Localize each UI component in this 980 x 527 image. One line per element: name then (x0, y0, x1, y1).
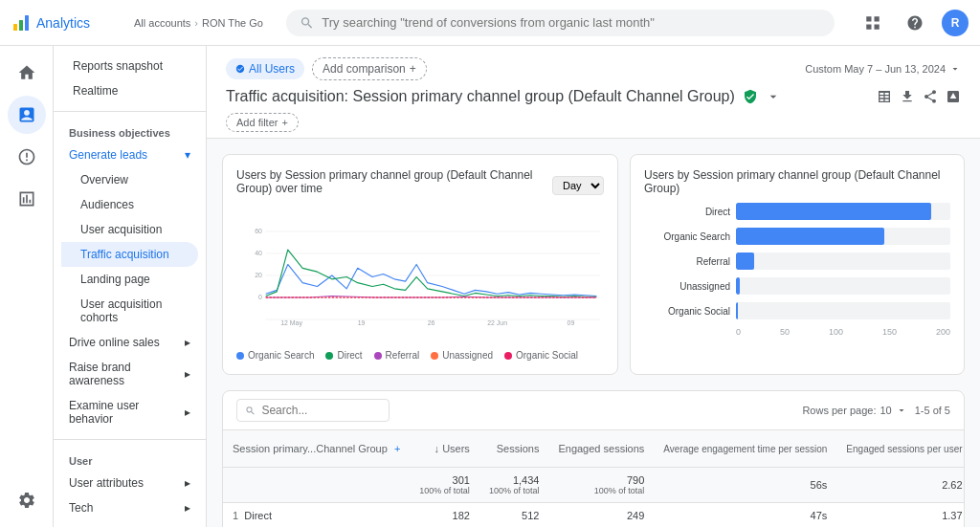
rows-count: 1-5 of 5 (915, 405, 950, 416)
page-title: Traffic acquisition: Session primary cha… (226, 88, 735, 105)
legend-dot-organic-social (504, 352, 512, 360)
sidebar-library[interactable]: Library (54, 520, 206, 527)
svg-rect-2 (25, 15, 29, 31)
table-search-icon (245, 405, 256, 417)
svg-text:22 Jun: 22 Jun (487, 319, 507, 326)
line-chart-title: Users by Session primary channel group (… (236, 168, 552, 195)
legend-organic-social: Organic Social (504, 350, 578, 361)
topbar: Analytics All accounts › RON The Go R (0, 0, 980, 46)
svg-text:0: 0 (258, 294, 262, 300)
chart-controls: Users by Session primary channel group (… (236, 168, 604, 203)
nav-settings-icon[interactable] (8, 481, 46, 519)
main-content: All Users Add comparison + Custom May 7 … (207, 46, 980, 527)
sidebar-item-landing-page[interactable]: Landing page (61, 267, 198, 292)
app-name: Analytics (36, 15, 90, 31)
grid-icon[interactable] (858, 8, 888, 38)
bar-chart-card: Users by Session primary channel group (… (630, 154, 965, 375)
sidebar-group-generate-leads[interactable]: Generate leads ▾ (54, 143, 206, 167)
bar-chart: Direct Organic Search Referral Unassigne… (644, 203, 950, 337)
add-comparison-btn[interactable]: Add comparison + (312, 57, 427, 80)
rows-dropdown-icon[interactable] (896, 405, 907, 416)
svg-text:26: 26 (428, 319, 435, 326)
col-header-engaged-sessions[interactable]: Engaged sessions (548, 430, 654, 468)
bar-row-referral: Referral (644, 253, 950, 270)
add-filter-btn[interactable]: Add filter + (226, 113, 299, 132)
chart-legend: Organic Search Direct Referral Unassigne… (236, 350, 604, 361)
svg-text:09: 09 (568, 319, 575, 326)
share-icon[interactable] (923, 89, 938, 104)
chevron-down-icon (949, 63, 961, 75)
time-unit-select[interactable]: Day (552, 176, 604, 195)
search-bar[interactable] (286, 10, 835, 36)
table-search[interactable] (236, 399, 390, 422)
sidebar-item-user-acquisition-cohorts[interactable]: User acquisition cohorts (61, 292, 198, 330)
col-header-eng-per-user[interactable]: Engaged sessions per user (836, 430, 965, 468)
legend-organic-search: Organic Search (236, 350, 314, 361)
sidebar-item-audiences[interactable]: Audiences (61, 192, 198, 217)
table-chart-icon[interactable] (877, 89, 892, 104)
svg-text:60: 60 (255, 228, 262, 234)
legend-unassigned: Unassigned (431, 350, 493, 361)
search-icon (300, 15, 314, 31)
table-row: 1 Direct 182 512 249 47s 1.37 7.50 48.63… (223, 503, 965, 528)
help-icon[interactable] (900, 8, 930, 38)
bar-row-direct: Direct (644, 203, 950, 220)
sidebar-group-tech[interactable]: Tech ▸ (54, 495, 206, 520)
sidebar-item-overview[interactable]: Overview (61, 167, 198, 192)
sidebar-group-drive-online-sales[interactable]: Drive online sales ▸ (54, 330, 206, 355)
table-area: Rows per page: 10 1-5 of 5 Session prima… (207, 390, 980, 527)
table-total-row: 301 100% of total 1,434 100% of total 79… (223, 468, 965, 503)
col-header-channel[interactable]: Session primary...Channel Group + (223, 430, 410, 468)
bar-row-organic-social: Organic Social (644, 302, 950, 319)
data-table: Session primary...Channel Group + ↓ User… (223, 430, 965, 527)
add-filter-row: Add filter + (226, 113, 961, 138)
analytics-icon (11, 13, 31, 33)
svg-rect-1 (19, 20, 23, 31)
download-icon[interactable] (900, 89, 915, 104)
all-users-filter-btn[interactable]: All Users (226, 58, 304, 79)
line-chart-card: Users by Session primary channel group (… (222, 154, 618, 375)
nav-home-icon[interactable] (8, 54, 46, 92)
page-title-row: Traffic acquisition: Session primary cha… (226, 88, 961, 113)
legend-dot-direct (325, 352, 333, 360)
sidebar-section-business: Business objectives (54, 120, 206, 143)
bar-row-unassigned: Unassigned (644, 277, 950, 295)
sidebar-item-user-acquisition[interactable]: User acquisition (61, 217, 198, 242)
nav-explore-icon[interactable] (8, 138, 46, 176)
charts-area: Users by Session primary channel group (… (207, 139, 980, 390)
nav-advertising-icon[interactable] (8, 180, 46, 218)
legend-referral: Referral (374, 350, 420, 361)
table-toolbar: Rows per page: 10 1-5 of 5 (223, 391, 964, 430)
page-header-top: All Users Add comparison + Custom May 7 … (226, 57, 961, 80)
app-logo: Analytics (11, 13, 126, 33)
col-header-users[interactable]: ↓ Users (410, 430, 479, 468)
legend-direct: Direct (325, 350, 362, 361)
insights-icon[interactable] (946, 89, 961, 104)
title-icons (877, 89, 961, 104)
table-search-input[interactable] (261, 404, 381, 417)
sidebar-group-user-attributes[interactable]: User attributes ▸ (54, 471, 206, 495)
sidebar-group-raise-brand[interactable]: Raise brand awareness ▸ (54, 355, 206, 393)
nav-reports-icon[interactable] (8, 96, 46, 134)
sidebar-item-reports-snapshot[interactable]: Reports snapshot (54, 54, 198, 78)
breadcrumb: All accounts › RON The Go (134, 17, 263, 29)
sidebar-group-examine-behavior[interactable]: Examine user behavior ▸ (54, 393, 206, 431)
main-layout: Reports snapshot Realtime Business objec… (0, 46, 980, 527)
bar-axis: 0 50 100 150 200 (736, 327, 950, 337)
bar-chart-title: Users by Session primary channel group (… (644, 168, 950, 195)
col-header-sessions[interactable]: Sessions (479, 430, 549, 468)
sidebar-icon-nav (0, 46, 54, 527)
avatar[interactable]: R (942, 10, 969, 36)
page-header: All Users Add comparison + Custom May 7 … (207, 46, 980, 139)
edit-icon[interactable] (766, 89, 781, 104)
table-card: Rows per page: 10 1-5 of 5 Session prima… (222, 390, 965, 527)
sidebar-sub-generate-leads: Overview Audiences User acquisition Traf… (54, 167, 206, 330)
sidebar-item-realtime[interactable]: Realtime (54, 78, 198, 103)
svg-text:19: 19 (358, 319, 366, 326)
verified-icon (743, 89, 758, 104)
search-input[interactable] (322, 15, 821, 30)
add-col-btn[interactable]: + (394, 443, 400, 454)
col-header-avg-time[interactable]: Average engagement time per session (654, 430, 836, 468)
sidebar-item-traffic-acquisition[interactable]: Traffic acquisition (61, 242, 198, 267)
svg-rect-0 (13, 24, 17, 31)
